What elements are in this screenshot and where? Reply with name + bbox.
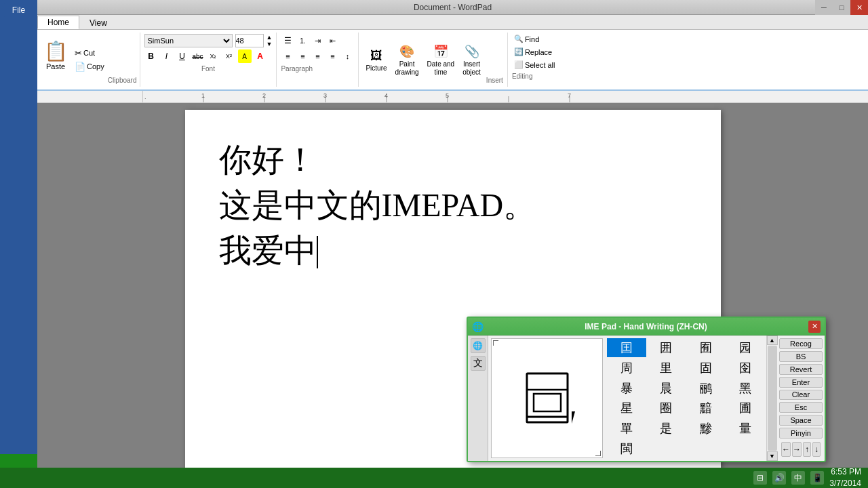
status-icon-1[interactable]: ⊟: [753, 471, 767, 485]
paste-button[interactable]: 📋 Paste: [40, 34, 71, 76]
candidate-0[interactable]: 囯: [607, 338, 646, 357]
minimize-button[interactable]: ─: [815, 0, 833, 15]
status-icon-2[interactable]: 🔊: [772, 471, 786, 485]
candidate-2[interactable]: 囿: [686, 338, 726, 357]
font-size-input[interactable]: [235, 34, 264, 47]
candidate-16[interactable]: 單: [607, 419, 646, 438]
ime-body: 🌐 文 囯囲囿园周里固囹暴晨鹂黑星圈黯圃單是黪量閩: [468, 336, 825, 461]
candidate-9[interactable]: 晨: [646, 379, 686, 398]
superscript-button[interactable]: X²: [222, 49, 236, 63]
candidate-1[interactable]: 囲: [646, 338, 686, 357]
font-row2: B I U abc X₂ X² A A: [144, 49, 273, 63]
candidate-15[interactable]: 圃: [726, 399, 765, 418]
scroll-up-button[interactable]: ▲: [767, 336, 778, 345]
space-button[interactable]: Space: [779, 415, 823, 426]
paint-drawing-button[interactable]: 🎨 Paintdrawing: [393, 40, 422, 79]
corner-tl: [493, 340, 498, 346]
ime-icon-2[interactable]: 文: [471, 356, 486, 371]
tab-view[interactable]: View: [79, 16, 117, 29]
document-content: 你好！ 这是中文的IMEPAD。 我爱中: [219, 137, 687, 274]
bold-button[interactable]: B: [144, 49, 158, 63]
editing-group: 🔍 Find 🔄 Replace ⬜ Select all Editing: [508, 33, 561, 87]
candidate-8[interactable]: 暴: [607, 379, 646, 398]
ime-close-button[interactable]: ✕: [808, 321, 821, 333]
doc-line-1: 你好！: [219, 137, 687, 182]
indent-decrease-button[interactable]: ⇤: [326, 34, 339, 47]
esc-button[interactable]: Esc: [779, 402, 823, 413]
nav-down-button[interactable]: ↓: [812, 442, 821, 457]
ime-candidates-scroll: 囯囲囿园周里固囹暴晨鹂黑星圈黯圃單是黪量閩 ▲ ▼: [606, 336, 777, 461]
insert-object-button[interactable]: 📎 Insertobject: [460, 40, 484, 79]
subscript-button[interactable]: X₂: [207, 49, 220, 63]
line-spacing-button[interactable]: ↕: [340, 49, 354, 63]
font-size-decrease[interactable]: ▼: [267, 41, 273, 47]
status-icon-4[interactable]: 📱: [810, 471, 824, 485]
nav-right-button[interactable]: →: [792, 442, 802, 457]
underline-button[interactable]: U: [176, 49, 189, 63]
title-bar-buttons: ─ □ ✕: [815, 0, 868, 15]
svg-text:5: 5: [446, 92, 449, 99]
clear-button[interactable]: Clear: [779, 390, 823, 401]
paragraph-group: ☰ 1. ⇥ ⇤ ≡ ≡ ≡ ≡ ↕ Paragraph: [277, 33, 359, 87]
clipboard-small-buttons: ✂ Cut 📄 Copy: [73, 34, 106, 85]
scroll-down-button[interactable]: ▼: [767, 451, 778, 461]
revert-button[interactable]: Revert: [779, 364, 823, 375]
candidate-5[interactable]: 里: [646, 359, 686, 378]
list-bullets-button[interactable]: ☰: [281, 34, 294, 47]
nav-left-button[interactable]: ←: [781, 442, 791, 457]
font-name-select[interactable]: SimSun: [144, 34, 233, 47]
status-icon-3[interactable]: 中: [791, 471, 805, 485]
paste-icon: 📋: [44, 40, 68, 62]
ruler-inner: · 1 2 3 4 5 7: [142, 91, 854, 102]
recog-button[interactable]: Recog: [779, 338, 823, 349]
indent-increase-button[interactable]: ⇥: [311, 34, 324, 47]
paste-label: Paste: [46, 62, 65, 70]
bs-button[interactable]: BS: [779, 351, 823, 362]
align-left-button[interactable]: ≡: [281, 49, 294, 63]
candidate-10[interactable]: 鹂: [686, 379, 726, 398]
copy-button[interactable]: 📄 Copy: [73, 61, 106, 73]
align-justify-button[interactable]: ≡: [326, 49, 339, 63]
pinyin-button[interactable]: Pinyin: [779, 428, 823, 439]
left-sidebar: File: [0, 0, 37, 454]
highlight-button[interactable]: A: [238, 49, 252, 63]
list-numbers-button[interactable]: 1.: [296, 34, 309, 47]
nav-up-button[interactable]: ↑: [803, 442, 811, 457]
candidate-13[interactable]: 圈: [646, 399, 686, 418]
close-button[interactable]: ✕: [850, 0, 868, 15]
ime-icon-1[interactable]: 🌐: [471, 338, 486, 353]
clipboard-group: 📋 Paste ✂ Cut 📄 Copy Clipboard: [37, 33, 140, 87]
candidate-14[interactable]: 黯: [686, 399, 726, 418]
align-center-button[interactable]: ≡: [296, 49, 309, 63]
cut-button[interactable]: ✂ Cut: [73, 47, 106, 59]
candidate-20[interactable]: 閩: [607, 439, 646, 458]
candidate-18[interactable]: 黪: [686, 419, 726, 438]
svg-text:7: 7: [568, 92, 571, 99]
candidate-12[interactable]: 星: [607, 399, 646, 418]
maximize-button[interactable]: □: [833, 0, 850, 15]
replace-button[interactable]: 🔄 Replace: [512, 47, 557, 57]
insert-group-label: Insert: [486, 77, 503, 85]
italic-button[interactable]: I: [160, 49, 174, 63]
enter-button[interactable]: Enter: [779, 377, 823, 388]
date-time-button[interactable]: 📅 Date andtime: [425, 40, 458, 79]
align-right-button[interactable]: ≡: [311, 49, 324, 63]
candidate-4[interactable]: 周: [607, 359, 646, 378]
ime-draw-area[interactable]: [491, 338, 603, 458]
scroll-thumb[interactable]: [768, 346, 777, 451]
candidate-7[interactable]: 囹: [726, 359, 765, 378]
select-all-button[interactable]: ⬜ Select all: [512, 60, 557, 70]
find-button[interactable]: 🔍 Find: [512, 34, 557, 44]
candidate-11[interactable]: 黑: [726, 379, 765, 398]
candidate-3[interactable]: 园: [726, 338, 765, 357]
candidate-6[interactable]: 固: [686, 359, 726, 378]
tab-home[interactable]: Home: [37, 16, 79, 29]
strikethrough-button[interactable]: abc: [191, 49, 205, 63]
font-color-button[interactable]: A: [254, 49, 267, 63]
picture-button[interactable]: 🖼 Picture: [363, 40, 389, 79]
candidate-19[interactable]: 量: [726, 419, 765, 438]
font-size-increase[interactable]: ▲: [267, 34, 273, 41]
doc-line-2: 这是中文的IMEPAD。: [219, 182, 687, 228]
file-tab-button[interactable]: File: [4, 3, 34, 18]
candidate-17[interactable]: 是: [646, 419, 686, 438]
